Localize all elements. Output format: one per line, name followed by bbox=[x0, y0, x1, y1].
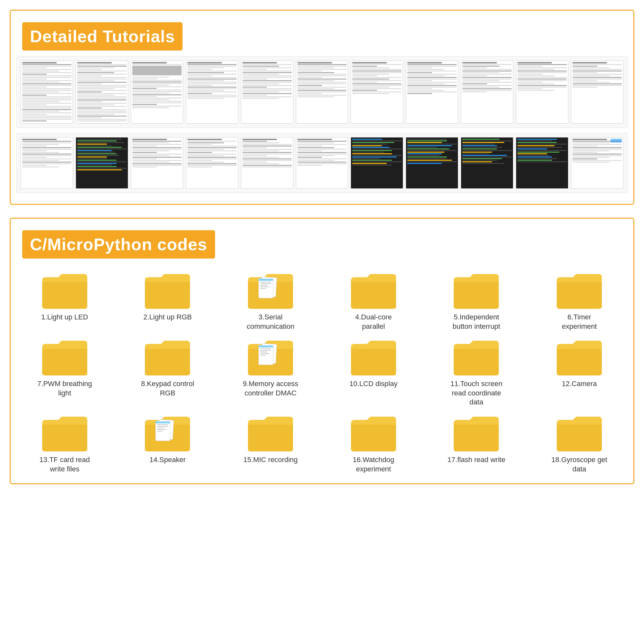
doc-page-9 bbox=[461, 61, 513, 124]
codes-section: C/MicroPython codes 1.Light up LED bbox=[10, 218, 634, 484]
folder-label-15: 15.MIC recording bbox=[243, 455, 298, 465]
folder-label-16: 16.Watchdog experiment bbox=[345, 455, 403, 474]
folder-item-15[interactable]: 15.MIC recording bbox=[222, 413, 319, 474]
folder-icon-3 bbox=[246, 271, 295, 309]
folder-label-9: 9.Memory access controller DMAC bbox=[241, 379, 299, 398]
doc-page-1 bbox=[21, 61, 73, 124]
folder-item-8[interactable]: 8.Keypad control RGB bbox=[119, 337, 216, 407]
folder-icon-10 bbox=[349, 337, 398, 376]
doc-page-r2-11 bbox=[571, 137, 623, 189]
folder-label-4: 4.Dual-core parallel bbox=[345, 313, 403, 331]
doc-page-r2-5 bbox=[241, 137, 293, 189]
folder-item-14[interactable]: 14.Speaker bbox=[119, 413, 216, 474]
tutorials-row-2 bbox=[16, 133, 628, 193]
folder-label-8: 8.Keypad control RGB bbox=[138, 379, 196, 398]
folder-label-10: 10.LCD display bbox=[349, 379, 397, 389]
folder-item-4[interactable]: 4.Dual-core parallel bbox=[325, 271, 422, 331]
doc-page-5 bbox=[241, 61, 293, 124]
folder-icon-12 bbox=[555, 337, 603, 376]
folder-label-13: 13.TF card read write files bbox=[36, 455, 94, 474]
folder-item-11[interactable]: 11.Touch screen read coordinate data bbox=[428, 337, 525, 407]
folder-icon-6 bbox=[555, 271, 603, 309]
folder-label-5: 5.Independent button interrupt bbox=[447, 313, 505, 331]
doc-page-r2-10 bbox=[516, 137, 568, 189]
doc-page-6 bbox=[296, 61, 348, 124]
doc-page-r2-7 bbox=[351, 137, 403, 189]
doc-page-r2-2 bbox=[76, 137, 128, 189]
tutorials-content bbox=[11, 51, 633, 204]
codes-title: C/MicroPython codes bbox=[30, 235, 207, 254]
folder-icon-17 bbox=[452, 413, 500, 452]
tutorials-header: Detailed Tutorials bbox=[22, 22, 183, 51]
doc-page-3 bbox=[131, 61, 183, 124]
doc-page-r2-1 bbox=[21, 137, 73, 189]
folder-item-13[interactable]: 13.TF card read write files bbox=[16, 413, 113, 474]
folder-item-17[interactable]: 17.flash read write bbox=[428, 413, 525, 474]
folder-icon-13 bbox=[41, 413, 89, 452]
doc-page-8 bbox=[406, 61, 458, 124]
folder-label-12: 12.Camera bbox=[562, 379, 597, 389]
doc-page-r2-4 bbox=[186, 137, 238, 189]
doc-page-7 bbox=[351, 61, 403, 124]
doc-page-4 bbox=[186, 61, 238, 124]
folder-icon-7 bbox=[41, 337, 89, 376]
folder-item-1[interactable]: 1.Light up LED bbox=[16, 271, 113, 331]
folder-label-17: 17.flash read write bbox=[448, 455, 506, 465]
folder-item-12[interactable]: 12.Camera bbox=[531, 337, 628, 407]
folder-icon-1 bbox=[41, 271, 89, 309]
folder-icon-18 bbox=[555, 413, 603, 452]
folder-label-2: 2.Light up RGB bbox=[143, 313, 192, 322]
folder-icon-5 bbox=[452, 271, 500, 309]
folder-label-11: 11.Touch screen read coordinate data bbox=[447, 379, 505, 407]
folder-icon-15 bbox=[246, 413, 295, 452]
folder-icon-14 bbox=[143, 413, 192, 452]
doc-page-r2-8 bbox=[406, 137, 458, 189]
folder-icon-9 bbox=[246, 337, 295, 376]
folder-label-18: 18.Gyroscope get data bbox=[550, 455, 608, 474]
folder-label-1: 1.Light up LED bbox=[41, 313, 88, 322]
folder-icon-11 bbox=[452, 337, 500, 376]
folder-label-3: 3.Serial communication bbox=[241, 313, 299, 331]
codes-content: 1.Light up LED 2.Light up RGB bbox=[11, 259, 633, 483]
folder-label-6: 6.Timer experiment bbox=[550, 313, 608, 331]
doc-page-11 bbox=[571, 61, 623, 124]
svg-rect-17 bbox=[259, 346, 273, 347]
folder-label-7: 7.PWM breathing light bbox=[36, 379, 94, 398]
folder-label-14: 14.Speaker bbox=[149, 455, 186, 465]
folder-item-7[interactable]: 7.PWM breathing light bbox=[16, 337, 113, 407]
folder-item-2[interactable]: 2.Light up RGB bbox=[119, 271, 216, 331]
folder-item-3[interactable]: 3.Serial communication bbox=[222, 271, 319, 331]
svg-rect-8 bbox=[259, 279, 273, 281]
tutorials-section: Detailed Tutorials bbox=[10, 10, 634, 205]
tutorials-row-1 bbox=[16, 56, 628, 128]
folder-icon-16 bbox=[349, 413, 398, 452]
folder-icon-2 bbox=[143, 271, 192, 309]
folders-grid: 1.Light up LED 2.Light up RGB bbox=[16, 271, 628, 474]
doc-page-r2-3 bbox=[131, 137, 183, 189]
folder-item-16[interactable]: 16.Watchdog experiment bbox=[325, 413, 422, 474]
svg-rect-26 bbox=[156, 421, 170, 423]
folder-item-10[interactable]: 10.LCD display bbox=[325, 337, 422, 407]
doc-page-2 bbox=[76, 61, 128, 124]
codes-header: C/MicroPython codes bbox=[22, 230, 215, 259]
folder-item-18[interactable]: 18.Gyroscope get data bbox=[531, 413, 628, 474]
folder-item-5[interactable]: 5.Independent button interrupt bbox=[428, 271, 525, 331]
folder-icon-4 bbox=[349, 271, 398, 309]
folder-item-9[interactable]: 9.Memory access controller DMAC bbox=[222, 337, 319, 407]
doc-page-r2-9 bbox=[461, 137, 513, 189]
doc-page-10 bbox=[516, 61, 568, 124]
folder-item-6[interactable]: 6.Timer experiment bbox=[531, 271, 628, 331]
doc-page-r2-6 bbox=[296, 137, 348, 189]
tutorials-title: Detailed Tutorials bbox=[30, 27, 175, 46]
folder-icon-8 bbox=[143, 337, 192, 376]
